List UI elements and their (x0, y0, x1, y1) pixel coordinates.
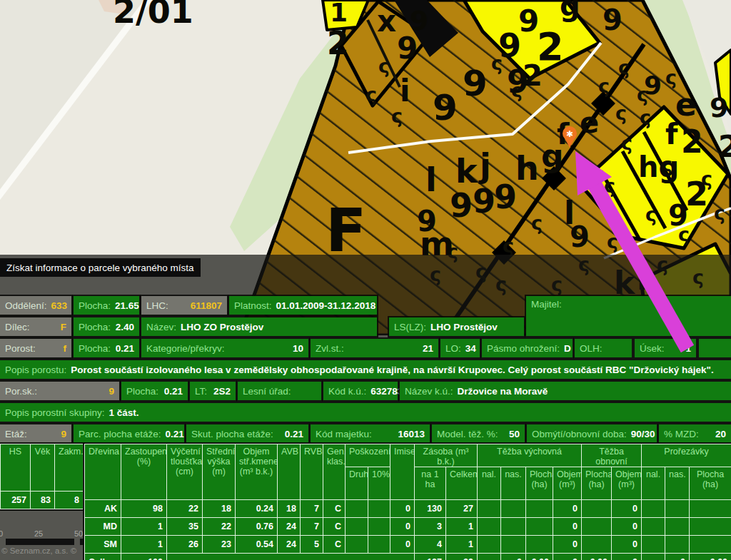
totals-row: Celkem:1001372900.0000.00000.00 (85, 554, 731, 560)
field-kodku: Kód k.ú.:632783 (323, 382, 398, 400)
parcel-label: x (377, 4, 396, 39)
field-empty (699, 339, 731, 357)
col-hs: HS (1, 444, 31, 492)
parcel-label: 9 (603, 4, 622, 36)
field-popis-skupiny: Popis porostní skupiny:1 část. (0, 403, 731, 422)
col-avb: AVB (278, 444, 301, 500)
table-cell: 1 (446, 536, 478, 554)
field-pasmo: Pásmo ohrožení:D (482, 339, 573, 357)
table-cell: 18 (203, 500, 236, 518)
app-window: ςςςςςςςςςςςςςςςςςςςςςςςςςςςςς 2/0112x999… (0, 0, 731, 560)
table-cell (582, 536, 612, 554)
hatch-symbol: ς (714, 202, 725, 224)
parcel-label: 9 (710, 92, 728, 123)
table-cell (690, 518, 731, 536)
table-cell: 0 (553, 500, 582, 518)
table-cell: 35 (167, 518, 203, 536)
parcel-label: hg (638, 151, 679, 183)
table-cell: 22 (203, 518, 236, 536)
parcel-label: 9 (494, 178, 517, 216)
field-kategorie: Kategorie/překryv:10 (141, 339, 308, 357)
parcel-label: 9 (518, 4, 539, 39)
hatch-symbol: ς (366, 83, 377, 106)
table-cell (665, 518, 690, 536)
species-table: Dřevina Zastoupení (%) Výčetní tloušťka … (84, 444, 731, 560)
table-cell: 22 (167, 500, 203, 518)
field-usek: Úsek:1 (635, 339, 696, 357)
parcel-label: j (478, 146, 491, 185)
col-plocha-o: Plocha (ha) (582, 467, 612, 500)
hatch-symbol: ς (607, 230, 618, 253)
field-lhc: LHC:611807 (141, 296, 227, 315)
field-zvlst: Zvl.st.:21 (311, 339, 438, 357)
group-tezba-obnovni: Těžba obnovní (582, 444, 642, 467)
table-cell (478, 500, 501, 518)
copyright-text: © Seznam.cz, a.s. © (1, 546, 76, 555)
parcel-label: 9 (397, 31, 418, 66)
field-olh: OLH: (575, 339, 632, 357)
parcel-label: l (425, 161, 437, 199)
table-cell: 26 (167, 536, 203, 554)
col-vycetni: Výčetní tloušťka (cm) (167, 444, 203, 500)
field-kod-majetku: Kód majetku:16013 (311, 424, 430, 443)
parcel-label: 2 (718, 129, 731, 164)
hatch-symbol: ς (598, 75, 610, 97)
table-cell: 0.76 (236, 518, 278, 536)
col-celkem: Celkem (446, 467, 478, 500)
col-nal-p: nal. (642, 467, 665, 500)
table-cell (665, 500, 690, 518)
table-cell (346, 518, 368, 536)
hatch-symbol: ς (618, 56, 630, 78)
field-lslz: LS(LZ):LHO Prostějov (389, 317, 524, 336)
table-cell (690, 500, 731, 518)
table-row: 257 83 8 (1, 492, 84, 509)
parcel-label: 2 (681, 123, 703, 160)
table-cell: MD (85, 518, 121, 536)
col-zakm: Zakm. (55, 444, 84, 492)
col-objem: Objem stř.kmene (m³ b.k.) (236, 444, 278, 500)
table-cell: 0.24 (236, 500, 278, 518)
col-10pct: 10% (368, 467, 390, 500)
parcel-label: 9 (570, 220, 590, 253)
parcel-label: 9 (644, 71, 662, 100)
table-cell: 3 (415, 518, 446, 536)
table-cell: 24 (278, 536, 301, 554)
hatch-symbol: ς (604, 175, 615, 197)
table-cell: 100 (121, 554, 167, 560)
col-rvb: RVB (301, 444, 323, 500)
table-cell: 0 (612, 518, 642, 536)
table-cell (642, 518, 665, 536)
table-cell: 1 (121, 536, 167, 554)
table-cell: 0 (553, 554, 582, 560)
table-cell: 0 (501, 554, 526, 560)
table-cell (642, 500, 665, 518)
table-cell (526, 536, 553, 554)
field-plocha-porsk: Plocha:0.21 (121, 382, 188, 400)
marker-asterisk-icon: ✱ (566, 129, 573, 139)
table-cell: 0 (665, 554, 690, 560)
field-popis-porostu: Popis porostu:Porost součástí izolovanéh… (0, 360, 731, 379)
parcel-label: 9 (507, 63, 529, 100)
table-cell (690, 536, 731, 554)
table-cell: 4 (415, 536, 446, 554)
table-cell: 0.54 (236, 536, 278, 554)
table-cell (478, 536, 501, 554)
parcel-label: 2/01 (113, 0, 193, 31)
table-row: AK9822180.24187C01302700 (85, 500, 731, 518)
field-parc-plocha: Parc. plocha etáže:0.21 (74, 424, 184, 443)
table-cell: C (323, 536, 346, 554)
hatch-symbol: ς (378, 55, 390, 77)
field-etaz: Etáž:9 (0, 424, 71, 443)
table-cell (582, 518, 612, 536)
table-cell (501, 500, 526, 518)
col-nal-v: nal. (478, 467, 501, 500)
table-cell (368, 500, 390, 518)
group-poskozeni: Poškození (346, 444, 390, 467)
table-cell (368, 536, 390, 554)
field-obmyti: Obmýtí/obnovní doba:90/30 (527, 424, 657, 443)
col-imise: Imise (390, 444, 415, 500)
table-cell: AK (85, 500, 121, 518)
table-cell (501, 536, 526, 554)
field-model-tez: Model. těž. %:50 (432, 424, 525, 443)
table-cell: 0 (612, 554, 642, 560)
